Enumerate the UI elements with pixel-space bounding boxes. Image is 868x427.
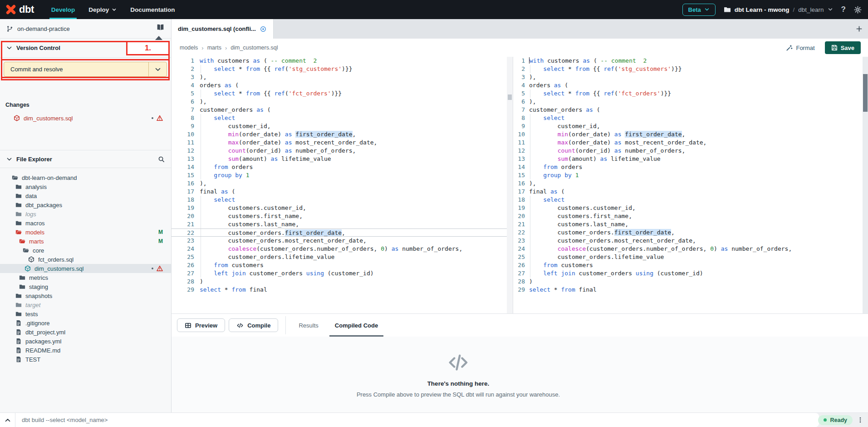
chevron-down-icon	[828, 7, 833, 12]
file-explorer-header[interactable]: File Explorer	[0, 150, 171, 168]
scrollbar-thumb[interactable]	[863, 74, 868, 112]
status-label: Ready	[830, 417, 847, 423]
tree-item-core[interactable]: core	[0, 246, 171, 255]
breadcrumb-item[interactable]: models	[180, 45, 198, 51]
code-line-2: 2 select * from {{ ref('stg_customers')}…	[513, 65, 868, 73]
tree-item-label: metrics	[29, 274, 48, 281]
tree-item-label: dim_customers.sql	[34, 265, 83, 272]
line-number: 9	[172, 122, 194, 130]
command-input[interactable]	[15, 417, 819, 423]
conflict-warning-icon	[157, 265, 163, 272]
tree-item-marts[interactable]: martsM	[0, 237, 171, 246]
code-line-15: 15 group by 1	[172, 171, 513, 179]
right-pane-scrollbar[interactable]	[863, 57, 868, 313]
breadcrumb-item[interactable]: dim_customers.sql	[230, 45, 278, 51]
git-branch-row[interactable]: on-demand-practice	[0, 19, 171, 39]
dbt-logo[interactable]: dbt	[5, 3, 34, 16]
line-number: 15	[513, 171, 525, 179]
format-button[interactable]: Format	[786, 45, 814, 51]
line-number: 5	[172, 89, 194, 98]
tree-item-analysis[interactable]: analysis	[0, 182, 171, 191]
docs-book-icon[interactable]	[156, 24, 165, 33]
folder-icon	[19, 238, 25, 244]
chevron-down-icon	[6, 45, 12, 51]
code-pane-left[interactable]: 1with customers as ( -- comment 22 selec…	[172, 57, 513, 313]
version-control-title: Version Control	[16, 45, 60, 51]
line-number: 8	[172, 114, 194, 122]
tree-item-metrics[interactable]: metrics	[0, 273, 171, 282]
editor-tabbar: dim_customers.sql (confli...	[172, 19, 868, 39]
tree-item-tests[interactable]: tests	[0, 309, 171, 318]
kebab-menu-icon[interactable]	[857, 417, 863, 423]
gear-icon[interactable]	[854, 6, 862, 14]
tree-item-snapshots[interactable]: snapshots	[0, 291, 171, 300]
folder-icon	[15, 311, 22, 317]
code-line-5: 5 select * from {{ ref('fct_orders')}}	[513, 89, 868, 98]
ready-status-badge[interactable]: Ready	[818, 415, 853, 425]
tree-item-models[interactable]: modelsM	[0, 228, 171, 237]
breadcrumb-separator: ›	[201, 45, 203, 51]
code-line-24: 24 coalesce(customer_orders.number_of_or…	[172, 245, 513, 253]
tree-item-logs[interactable]: logs	[0, 209, 171, 218]
version-control-header[interactable]: Version Control	[0, 39, 171, 58]
branch-name: on-demand-practice	[17, 25, 70, 32]
commit-and-resolve-button[interactable]: Commit and resolve	[4, 62, 167, 77]
new-tab-button[interactable]	[856, 25, 863, 32]
commit-dropdown-toggle[interactable]	[148, 62, 167, 76]
line-number: 14	[172, 163, 194, 171]
folder-icon	[19, 283, 25, 290]
beta-toggle[interactable]: Beta	[682, 4, 716, 16]
line-number: 21	[513, 220, 525, 228]
compile-button[interactable]: Compile	[229, 318, 278, 332]
tree-item-data[interactable]: data	[0, 191, 171, 200]
nav-item-documentation[interactable]: Documentation	[125, 0, 180, 19]
tree-item-readme-md[interactable]: README.md	[0, 346, 171, 355]
changed-file-row[interactable]: dim_customers.sql	[0, 114, 171, 123]
editor-toolbar-row: models›marts›dim_customers.sql Format Sa…	[172, 39, 868, 57]
tree-item-macros[interactable]: macros	[0, 218, 171, 228]
results-tab-compiled-code[interactable]: Compiled Code	[327, 314, 386, 337]
unsaved-indicator-icon[interactable]	[260, 26, 266, 32]
code-pane-right[interactable]: 1with customers as ( -- comment 22 selec…	[513, 57, 868, 313]
line-number: 28	[513, 278, 525, 286]
table-icon	[185, 322, 191, 329]
code-line-18: 18 select	[513, 196, 868, 204]
tree-item-dbt-project-yml[interactable]: dbt_project.yml	[0, 328, 171, 337]
line-number: 2	[513, 65, 525, 73]
help-icon[interactable]: ?	[841, 5, 846, 14]
line-number: 20	[172, 212, 194, 220]
folder-icon	[15, 184, 22, 190]
tree-item-dim-customers-sql[interactable]: dim_customers.sql	[0, 264, 171, 273]
tab-dim-customers[interactable]: dim_customers.sql (confli...	[172, 19, 274, 39]
chevron-up-icon[interactable]	[0, 413, 15, 427]
chevron-down-icon	[155, 66, 161, 73]
breadcrumb-item[interactable]: marts	[207, 45, 221, 51]
account-project-switcher[interactable]: dbt Learn - mwong / dbt_learn	[724, 6, 833, 13]
tree-item-dbt-learn-on-demand[interactable]: dbt-learn-on-demand	[0, 173, 171, 182]
folder-icon	[12, 174, 18, 181]
save-button[interactable]: Save	[825, 41, 861, 54]
search-icon[interactable]	[158, 156, 165, 163]
results-tab-results[interactable]: Results	[290, 314, 326, 337]
modified-dot	[152, 117, 153, 119]
line-number: 9	[513, 122, 525, 130]
tree-item-staging[interactable]: staging	[0, 282, 171, 291]
status-dot	[824, 418, 827, 422]
code-line-27: 27 left join customer_orders using (cust…	[513, 269, 868, 278]
tree-item-packages-yml[interactable]: packages.yml	[0, 337, 171, 346]
tree-item--gitignore[interactable]: .gitignore	[0, 318, 171, 328]
code-line-13: 13 sum(amount) as lifetime_value	[172, 155, 513, 163]
line-number: 21	[172, 220, 194, 228]
nav-item-deploy[interactable]: Deploy	[83, 0, 122, 19]
nav-item-develop[interactable]: Develop	[46, 0, 81, 19]
tree-item-dbt-packages[interactable]: dbt_packages	[0, 200, 171, 209]
tree-item-target[interactable]: target	[0, 300, 171, 309]
code-line-28: 28)	[513, 278, 868, 286]
git-modified-badge: M	[158, 229, 163, 235]
file-markers	[152, 265, 163, 272]
preview-button[interactable]: Preview	[177, 318, 225, 332]
tree-item-fct-orders-sql[interactable]: fct_orders.sql	[0, 255, 171, 264]
folder-icon	[15, 193, 22, 199]
command-bar: Ready	[0, 412, 868, 427]
tree-item-test[interactable]: TEST	[0, 355, 171, 364]
